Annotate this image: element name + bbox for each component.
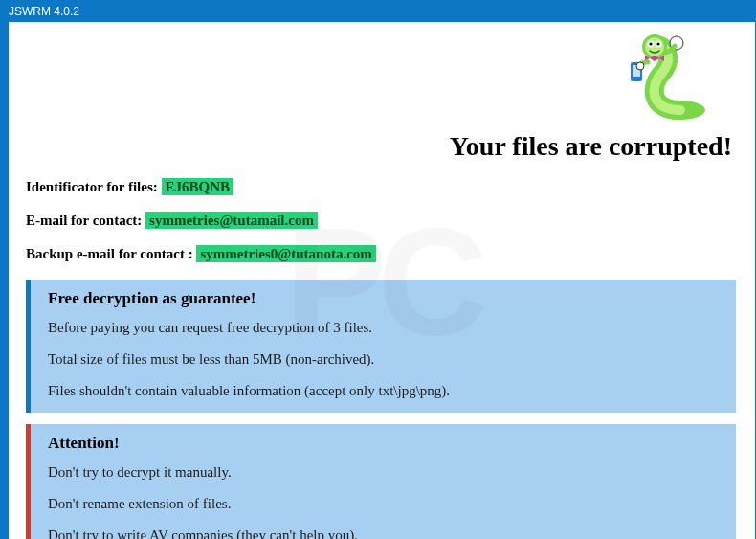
worm-mascot-icon xyxy=(602,34,707,124)
backup-email-line: Backup e-mail for contact : symmetries0@… xyxy=(26,246,736,262)
guarantee-title: Free decryption as guarantee! xyxy=(48,289,719,308)
svg-point-4 xyxy=(649,42,652,45)
guarantee-line: Files shouldn't contain valuable informa… xyxy=(48,383,719,399)
svg-point-10 xyxy=(636,62,644,70)
backup-email-value: symmetries0@tutanota.com xyxy=(196,245,375,262)
app-window: JSWRM 4.0.2 PC xyxy=(0,0,756,539)
backup-email-label: Backup e-mail for contact : xyxy=(26,246,196,261)
attention-line: Don't try to decrypt it manually. xyxy=(48,464,719,481)
attention-line: Don't rename extension of files. xyxy=(48,496,719,512)
attention-line: Don't try to write AV companies (they ca… xyxy=(48,528,719,539)
guarantee-line: Total size of files must be less than 5M… xyxy=(48,351,719,368)
svg-point-2 xyxy=(645,37,664,56)
attention-box: Attention! Don't try to decrypt it manua… xyxy=(26,424,736,539)
identificator-label: Identificator for files: xyxy=(26,179,162,194)
svg-point-6 xyxy=(656,42,659,45)
window-titlebar: JSWRM 4.0.2 xyxy=(1,1,755,22)
attention-title: Attention! xyxy=(48,434,719,453)
identificator-line: Identificator for files: EJ6BQNB xyxy=(26,179,736,195)
guarantee-box: Free decryption as guarantee! Before pay… xyxy=(26,280,736,413)
hero-row xyxy=(26,32,736,124)
guarantee-line: Before paying you can request free decry… xyxy=(48,320,719,336)
email-label: E-mail for contact: xyxy=(26,213,145,228)
identificator-value: EJ6BQNB xyxy=(162,178,234,195)
window-content: PC xyxy=(1,22,755,539)
email-value: symmetries@tutamail.com xyxy=(145,212,318,229)
headline: Your files are corrupted! xyxy=(26,131,736,162)
email-line: E-mail for contact: symmetries@tutamail.… xyxy=(26,213,736,229)
window-title: JSWRM 4.0.2 xyxy=(9,5,79,18)
